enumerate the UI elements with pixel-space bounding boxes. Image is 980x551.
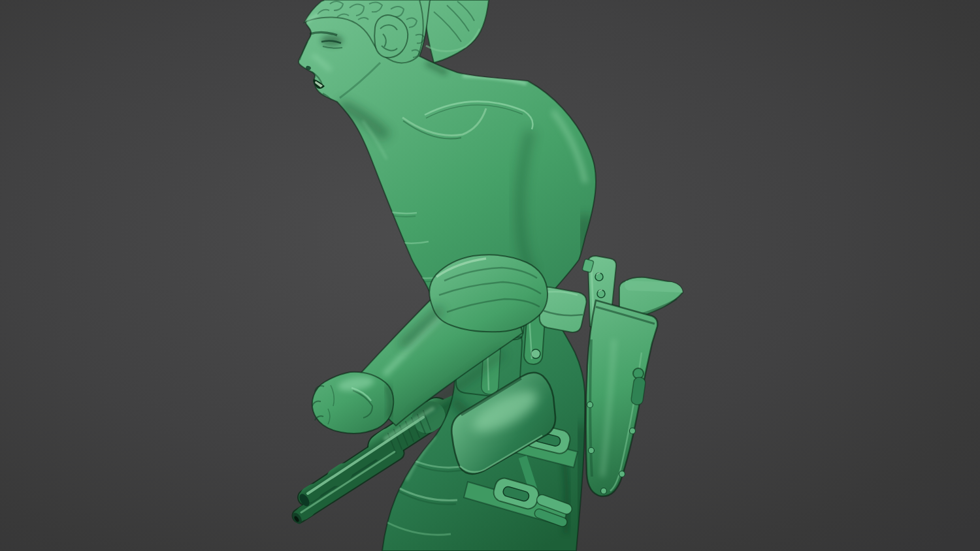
3d-viewport[interactable] xyxy=(0,0,980,551)
sculpt-render-stage xyxy=(0,0,980,551)
snap-button xyxy=(531,349,540,358)
